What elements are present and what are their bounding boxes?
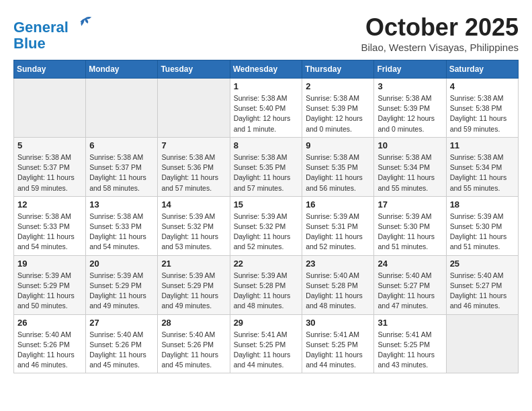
calendar-week-row: 12Sunrise: 5:38 AM Sunset: 5:33 PM Dayli…	[14, 196, 519, 255]
calendar-day-cell: 5Sunrise: 5:38 AM Sunset: 5:37 PM Daylig…	[14, 137, 86, 196]
day-number: 8	[234, 140, 299, 150]
day-info: Sunrise: 5:39 AM Sunset: 5:32 PM Dayligh…	[234, 212, 299, 253]
weekday-header-thursday: Thursday	[302, 60, 374, 79]
calendar-day-cell: 21Sunrise: 5:39 AM Sunset: 5:29 PM Dayli…	[158, 255, 230, 314]
calendar-day-cell: 25Sunrise: 5:40 AM Sunset: 5:27 PM Dayli…	[446, 255, 518, 314]
day-info: Sunrise: 5:40 AM Sunset: 5:26 PM Dayligh…	[161, 330, 226, 371]
calendar-day-cell: 6Sunrise: 5:38 AM Sunset: 5:37 PM Daylig…	[86, 137, 158, 196]
day-number: 24	[378, 259, 442, 269]
calendar-day-cell: 12Sunrise: 5:38 AM Sunset: 5:33 PM Dayli…	[14, 196, 86, 255]
day-number: 31	[378, 318, 442, 328]
calendar-week-row: 1Sunrise: 5:38 AM Sunset: 5:40 PM Daylig…	[14, 79, 519, 138]
calendar-week-row: 19Sunrise: 5:39 AM Sunset: 5:29 PM Dayli…	[14, 255, 519, 314]
weekday-header-row: SundayMondayTuesdayWednesdayThursdayFrid…	[14, 60, 519, 79]
calendar-day-cell: 8Sunrise: 5:38 AM Sunset: 5:35 PM Daylig…	[230, 137, 302, 196]
title-block: October 2025 Bilao, Western Visayas, Phi…	[361, 13, 519, 53]
day-info: Sunrise: 5:39 AM Sunset: 5:28 PM Dayligh…	[234, 271, 299, 312]
day-number: 14	[161, 199, 226, 210]
calendar-empty-cell	[86, 79, 158, 138]
weekday-header-monday: Monday	[86, 60, 158, 79]
day-number: 29	[234, 318, 299, 328]
page-header: General Blue October 2025 Bilao, Western…	[13, 13, 519, 53]
calendar-day-cell: 23Sunrise: 5:40 AM Sunset: 5:28 PM Dayli…	[302, 255, 374, 314]
day-info: Sunrise: 5:39 AM Sunset: 5:29 PM Dayligh…	[89, 271, 154, 312]
day-number: 18	[450, 199, 515, 210]
calendar-day-cell: 31Sunrise: 5:41 AM Sunset: 5:25 PM Dayli…	[374, 314, 446, 373]
day-info: Sunrise: 5:38 AM Sunset: 5:35 PM Dayligh…	[234, 152, 299, 193]
logo-blue: Blue	[13, 35, 46, 52]
day-info: Sunrise: 5:41 AM Sunset: 5:25 PM Dayligh…	[306, 330, 370, 371]
weekday-header-saturday: Saturday	[446, 60, 518, 79]
weekday-header-tuesday: Tuesday	[158, 60, 230, 79]
day-info: Sunrise: 5:40 AM Sunset: 5:26 PM Dayligh…	[17, 330, 82, 371]
day-info: Sunrise: 5:39 AM Sunset: 5:30 PM Dayligh…	[378, 212, 442, 253]
day-number: 22	[234, 259, 299, 269]
calendar-day-cell: 13Sunrise: 5:38 AM Sunset: 5:33 PM Dayli…	[86, 196, 158, 255]
calendar-day-cell: 1Sunrise: 5:38 AM Sunset: 5:40 PM Daylig…	[230, 79, 302, 138]
calendar-day-cell: 28Sunrise: 5:40 AM Sunset: 5:26 PM Dayli…	[158, 314, 230, 373]
logo-bird-icon	[75, 13, 94, 32]
calendar-day-cell: 24Sunrise: 5:40 AM Sunset: 5:27 PM Dayli…	[374, 255, 446, 314]
calendar-empty-cell	[14, 79, 86, 138]
day-number: 15	[234, 199, 299, 210]
day-number: 9	[306, 140, 370, 150]
day-number: 23	[306, 259, 370, 269]
month-title: October 2025	[361, 13, 519, 42]
day-info: Sunrise: 5:38 AM Sunset: 5:38 PM Dayligh…	[450, 93, 515, 134]
day-number: 5	[17, 140, 82, 150]
calendar-day-cell: 26Sunrise: 5:40 AM Sunset: 5:26 PM Dayli…	[14, 314, 86, 373]
day-info: Sunrise: 5:38 AM Sunset: 5:36 PM Dayligh…	[161, 152, 226, 193]
day-info: Sunrise: 5:39 AM Sunset: 5:29 PM Dayligh…	[161, 271, 226, 312]
day-info: Sunrise: 5:38 AM Sunset: 5:33 PM Dayligh…	[89, 212, 154, 253]
day-info: Sunrise: 5:38 AM Sunset: 5:34 PM Dayligh…	[450, 152, 515, 193]
day-info: Sunrise: 5:38 AM Sunset: 5:37 PM Dayligh…	[17, 152, 82, 193]
calendar-day-cell: 16Sunrise: 5:39 AM Sunset: 5:31 PM Dayli…	[302, 196, 374, 255]
day-info: Sunrise: 5:38 AM Sunset: 5:40 PM Dayligh…	[234, 93, 299, 134]
weekday-header-friday: Friday	[374, 60, 446, 79]
calendar-day-cell: 10Sunrise: 5:38 AM Sunset: 5:34 PM Dayli…	[374, 137, 446, 196]
calendar-day-cell: 19Sunrise: 5:39 AM Sunset: 5:29 PM Dayli…	[14, 255, 86, 314]
calendar-day-cell: 11Sunrise: 5:38 AM Sunset: 5:34 PM Dayli…	[446, 137, 518, 196]
calendar-table: SundayMondayTuesdayWednesdayThursdayFrid…	[13, 60, 519, 373]
calendar-empty-cell	[158, 79, 230, 138]
day-info: Sunrise: 5:40 AM Sunset: 5:27 PM Dayligh…	[450, 271, 515, 312]
day-number: 17	[378, 199, 442, 210]
calendar-empty-cell	[446, 314, 518, 373]
day-number: 3	[378, 81, 442, 91]
day-info: Sunrise: 5:41 AM Sunset: 5:25 PM Dayligh…	[378, 330, 442, 371]
day-number: 13	[89, 199, 154, 210]
day-info: Sunrise: 5:38 AM Sunset: 5:34 PM Dayligh…	[378, 152, 442, 193]
day-info: Sunrise: 5:38 AM Sunset: 5:37 PM Dayligh…	[89, 152, 154, 193]
calendar-day-cell: 29Sunrise: 5:41 AM Sunset: 5:25 PM Dayli…	[230, 314, 302, 373]
day-number: 21	[161, 259, 226, 269]
day-number: 27	[89, 318, 154, 328]
calendar-day-cell: 17Sunrise: 5:39 AM Sunset: 5:30 PM Dayli…	[374, 196, 446, 255]
calendar-day-cell: 2Sunrise: 5:38 AM Sunset: 5:39 PM Daylig…	[302, 79, 374, 138]
day-info: Sunrise: 5:38 AM Sunset: 5:35 PM Dayligh…	[306, 152, 370, 193]
day-info: Sunrise: 5:39 AM Sunset: 5:30 PM Dayligh…	[450, 212, 515, 253]
logo-general: General	[13, 19, 69, 36]
calendar-day-cell: 14Sunrise: 5:39 AM Sunset: 5:32 PM Dayli…	[158, 196, 230, 255]
calendar-day-cell: 15Sunrise: 5:39 AM Sunset: 5:32 PM Dayli…	[230, 196, 302, 255]
calendar-week-row: 5Sunrise: 5:38 AM Sunset: 5:37 PM Daylig…	[14, 137, 519, 196]
day-info: Sunrise: 5:39 AM Sunset: 5:32 PM Dayligh…	[161, 212, 226, 253]
calendar-day-cell: 3Sunrise: 5:38 AM Sunset: 5:39 PM Daylig…	[374, 79, 446, 138]
day-number: 1	[234, 81, 299, 91]
day-info: Sunrise: 5:38 AM Sunset: 5:39 PM Dayligh…	[306, 93, 370, 134]
logo-text: General Blue	[13, 13, 94, 52]
day-number: 26	[17, 318, 82, 328]
day-number: 28	[161, 318, 226, 328]
day-number: 11	[450, 140, 515, 150]
day-number: 4	[450, 81, 515, 91]
location: Bilao, Western Visayas, Philippines	[361, 42, 519, 53]
day-number: 19	[17, 259, 82, 269]
day-info: Sunrise: 5:40 AM Sunset: 5:26 PM Dayligh…	[89, 330, 154, 371]
day-info: Sunrise: 5:40 AM Sunset: 5:27 PM Dayligh…	[378, 271, 442, 312]
day-info: Sunrise: 5:39 AM Sunset: 5:29 PM Dayligh…	[17, 271, 82, 312]
calendar-day-cell: 30Sunrise: 5:41 AM Sunset: 5:25 PM Dayli…	[302, 314, 374, 373]
day-info: Sunrise: 5:41 AM Sunset: 5:25 PM Dayligh…	[234, 330, 299, 371]
calendar-day-cell: 20Sunrise: 5:39 AM Sunset: 5:29 PM Dayli…	[86, 255, 158, 314]
day-number: 6	[89, 140, 154, 150]
day-info: Sunrise: 5:38 AM Sunset: 5:39 PM Dayligh…	[378, 93, 442, 134]
day-number: 25	[450, 259, 515, 269]
